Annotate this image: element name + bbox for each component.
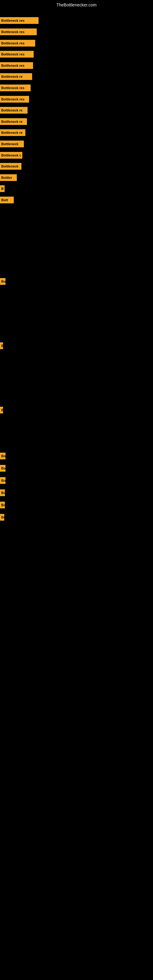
bar-item: Bott (0, 197, 14, 204)
site-title: TheBottlenecker.com (0, 0, 153, 9)
bar-item: Bottleneck (0, 140, 24, 147)
bar-item: Bottleneck res (0, 62, 33, 69)
bar-item: Bo (0, 477, 5, 484)
bar-item: Bottleneck re (0, 73, 32, 80)
bar-item: Bottleneck res (0, 51, 33, 57)
bar-item: B (0, 407, 3, 414)
bar-item: Bottleneck (0, 163, 21, 170)
bar-item: Bottleneck res (0, 17, 38, 24)
bar-item: Bottleneck res (0, 29, 37, 35)
bar-item: Bo (0, 453, 5, 460)
bar-item: Bo (0, 278, 5, 285)
bar-item: Bott (0, 502, 5, 508)
bar-item: Bottleneck re (0, 129, 26, 136)
bar-item: Bottleneck res (0, 84, 30, 91)
bar-item: Bott (0, 489, 5, 496)
bar-item: Bottleneck res (0, 40, 35, 46)
bar-item: Bottleneck re (0, 107, 27, 114)
bar-item: B (0, 342, 3, 349)
bar-item: Bottleneck res (0, 96, 29, 103)
bar-item: Bo (0, 465, 5, 472)
bar-item: Bottler (0, 174, 17, 181)
bar-item: Bo (0, 514, 4, 520)
bar-item: B (0, 185, 5, 192)
bar-item: Bottleneck c (0, 152, 22, 159)
bar-item: Bottleneck re (0, 118, 27, 125)
